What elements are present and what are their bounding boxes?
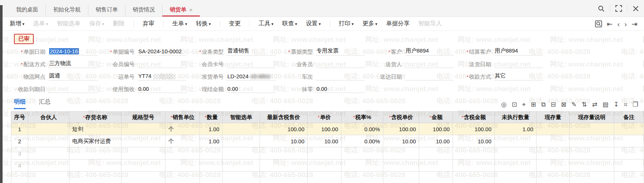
cell-qty[interactable]	[200, 172, 223, 183]
toolbar-generate-button[interactable]: 生单	[172, 20, 187, 28]
toolbar-save-button[interactable]: 保存	[89, 20, 104, 28]
cell-spec[interactable]	[121, 123, 165, 135]
toolbar-smart-import-button[interactable]: 智能导入	[418, 20, 442, 28]
cell-qty[interactable]: 1.00	[200, 135, 223, 147]
edit-row-icon[interactable]: ✎	[571, 101, 577, 108]
cell-remark[interactable]	[614, 159, 644, 172]
remove-row-icon[interactable]: ⊟	[551, 101, 556, 108]
cell-sales-unit[interactable]: 个	[165, 123, 200, 135]
col-latest-price[interactable]: 最新含税售价	[260, 112, 308, 123]
cell-amount[interactable]	[419, 159, 453, 172]
payment-method-input[interactable]: 其它	[494, 72, 543, 80]
tab-sales-invoice[interactable]: 销货单 ×	[162, 4, 200, 17]
cell-latest-price[interactable]	[260, 159, 308, 172]
cell-partner[interactable]	[28, 135, 69, 147]
salesman-input[interactable]	[316, 61, 365, 68]
cell-tax-price[interactable]	[383, 172, 419, 183]
payment-due-date-input[interactable]	[48, 86, 98, 93]
settle-customer-input[interactable]: 用户8894	[494, 47, 543, 55]
cell-remark[interactable]	[614, 147, 644, 159]
logistics-outlet-input[interactable]: 圆通	[48, 72, 98, 80]
column-settings-icon[interactable]: ⌗	[624, 101, 627, 108]
cell-qty[interactable]: 1.00	[200, 123, 223, 135]
cell-seq[interactable]	[11, 172, 28, 183]
use-prepaid-input[interactable]: 0.00	[138, 86, 187, 93]
cell-stock-note[interactable]	[570, 159, 614, 172]
close-icon[interactable]	[633, 6, 639, 12]
business-type-input[interactable]: 普通销售	[227, 47, 276, 55]
cell-stock-qty[interactable]	[537, 159, 570, 172]
expand-grid-icon[interactable]: ❐	[633, 101, 638, 108]
col-sales-unit[interactable]: 销售单位	[165, 112, 200, 123]
cell-stock-qty[interactable]	[537, 147, 570, 159]
cell-amount[interactable]	[419, 147, 453, 159]
tab-sales-status[interactable]: 销货情况	[125, 4, 162, 17]
cell-stock-note[interactable]	[570, 123, 614, 135]
cell-spec[interactable]	[121, 172, 165, 183]
cell-partner[interactable]	[28, 159, 69, 172]
cell-amount[interactable]: 100.00	[419, 123, 453, 135]
search-icon[interactable]	[598, 5, 605, 12]
col-item-name[interactable]: 存货名称	[69, 112, 121, 123]
cell-stock-qty[interactable]	[537, 123, 570, 135]
cell-stock-note[interactable]	[570, 147, 614, 159]
swap-icon[interactable]: ⇄	[592, 101, 597, 108]
sort-icon[interactable]: ⇅	[582, 101, 587, 108]
cell-tax-price[interactable]: 10.00	[383, 135, 419, 147]
find-document-icon[interactable]	[595, 20, 602, 28]
batch-edit-icon[interactable]: ▤	[603, 101, 608, 108]
col-seq[interactable]: 序号	[11, 112, 28, 123]
cell-tax-price[interactable]: 100.00	[383, 123, 419, 135]
deliverer-input[interactable]	[405, 61, 454, 68]
cell-item-name[interactable]	[69, 159, 121, 172]
toolbar-change-button[interactable]: 变更	[229, 20, 241, 28]
cell-tax-rate[interactable]: 0.00%	[341, 135, 383, 147]
cell-tax-rate[interactable]: 0.00%	[341, 123, 383, 135]
cell-unit-price[interactable]	[308, 159, 341, 172]
toolbar-select-order-button[interactable]: 选单	[33, 20, 48, 28]
delivery-method-input[interactable]: 三方物流	[48, 60, 98, 68]
cell-tax-rate[interactable]	[341, 159, 383, 172]
cell-stock-qty[interactable]	[537, 172, 570, 183]
toolbar-settings-button[interactable]: 设置	[306, 20, 321, 28]
cell-latest-price[interactable]: 10.00	[260, 135, 308, 147]
col-unit-price[interactable]: 单价	[308, 112, 341, 123]
cell-unexecuted-qty[interactable]	[495, 159, 537, 172]
next-record-icon[interactable]: ›	[625, 21, 627, 28]
cell-sales-unit[interactable]	[165, 159, 200, 172]
cell-item-name[interactable]	[69, 147, 121, 159]
add-row-icon[interactable]: ⊞	[531, 101, 536, 108]
toolbar-share-button[interactable]: 单据分享	[386, 20, 410, 28]
cell-item-name[interactable]: 短剑	[69, 123, 121, 135]
cell-latest-price[interactable]	[260, 147, 308, 159]
cell-remark[interactable]	[614, 135, 644, 147]
tab-close-icon[interactable]: ×	[189, 7, 193, 13]
member-number-input[interactable]	[138, 61, 187, 68]
arrival-date-input[interactable]	[405, 73, 454, 80]
cell-unit-price[interactable]: 10.00	[308, 135, 341, 147]
cell-amount[interactable]	[419, 172, 453, 183]
cell-tax-amount[interactable]: 10.00	[453, 135, 495, 147]
member-card-input[interactable]	[227, 61, 276, 68]
cell-tax-rate[interactable]	[341, 172, 383, 183]
cell-item-name[interactable]	[69, 172, 121, 183]
cell-unexecuted-qty[interactable]	[495, 147, 537, 159]
cell-spec[interactable]	[121, 135, 165, 147]
toolbar-unapprove-button[interactable]: 弃审	[143, 20, 154, 28]
cell-unexecuted-qty[interactable]: 1.00	[495, 123, 537, 135]
cell-tax-price[interactable]	[383, 147, 419, 159]
toolbar-more-button[interactable]: 更多	[362, 20, 377, 28]
cell-tax-amount[interactable]	[453, 172, 495, 183]
col-stock-note[interactable]: 现存量说明	[570, 112, 614, 123]
toolbar-convert-button[interactable]: 转换	[196, 20, 211, 28]
cell-unit-price[interactable]: 100.00	[308, 123, 341, 135]
cell-tax-amount[interactable]	[453, 159, 495, 172]
cell-partner[interactable]	[28, 123, 69, 135]
cell-latest-price[interactable]: 100.00	[260, 123, 308, 135]
cell-sales-unit[interactable]: 个	[165, 135, 200, 147]
cell-qty[interactable]	[200, 159, 223, 172]
cell-unit-price[interactable]	[308, 147, 341, 159]
doc-number-input[interactable]: SA-2024-10-0002	[138, 48, 187, 55]
cell-sales-unit[interactable]	[165, 172, 200, 183]
toolbar-smart-select-button[interactable]: 智能选单	[57, 20, 80, 28]
